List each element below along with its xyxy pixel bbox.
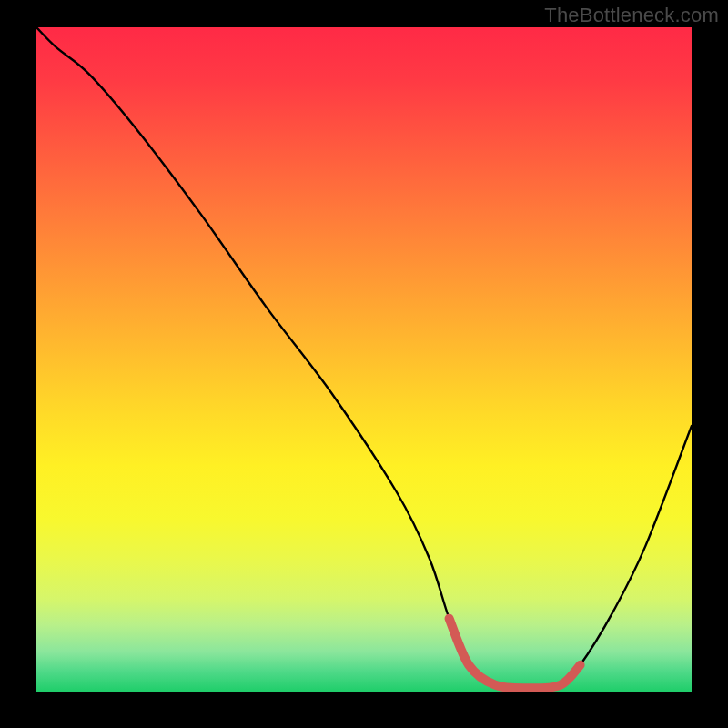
- curve-svg: [36, 27, 692, 692]
- chart-frame: TheBottleneck.com: [0, 0, 728, 728]
- plot-area: [36, 27, 692, 692]
- watermark-text: TheBottleneck.com: [544, 4, 719, 27]
- valley-highlight: [450, 619, 581, 689]
- bottleneck-curve: [36, 27, 692, 688]
